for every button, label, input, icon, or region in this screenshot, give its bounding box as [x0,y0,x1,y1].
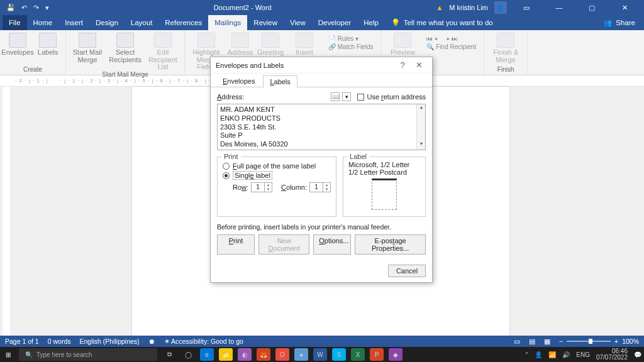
windows-taskbar: ⊞ 🔍 Type here to search ⧉ ◯ e 📁 ◐ 🦊 O ● … [0,347,644,362]
start-mail-merge-button[interactable]: Start Mail Merge [70,33,105,63]
status-bar: Page 1 of 1 0 words English (Philippines… [0,336,644,347]
envelopes-button[interactable]: Envelopes [4,33,31,57]
app-icon-5[interactable]: ◆ [389,348,402,361]
app-icon-2[interactable]: 🦊 [257,348,270,361]
view-web-layout-icon[interactable]: ▦ [544,337,550,345]
taskbar-search[interactable]: 🔍 Type here to search [19,348,157,361]
epostage-button[interactable]: E-postage Properties... [355,234,426,255]
skype-icon[interactable]: S [332,348,346,361]
tab-layout[interactable]: Layout [125,15,159,30]
tray-chevron-icon[interactable]: ˄ [525,351,528,358]
vertical-ruler [3,87,11,342]
find-recipient-button: 🔍 Find Recipient [426,43,476,50]
group-finish: Finish [497,66,514,74]
view-print-layout-icon[interactable]: ▤ [529,337,535,345]
new-document-button: New Document [258,234,309,255]
share-button[interactable]: 👥 Share [603,18,641,27]
cancel-button[interactable]: Cancel [388,265,426,277]
envelopes-labels-dialog: Envelopes and Labels ? ✕ Envelopes Label… [210,57,433,283]
explorer-icon[interactable]: 📁 [219,348,233,361]
dialog-tab-labels[interactable]: Labels [263,75,297,88]
word-icon[interactable]: W [313,348,327,361]
edit-recipient-list-button[interactable]: Edit Recipient List [145,33,180,71]
notifications-icon[interactable]: 💬 [634,351,641,358]
label-preview-icon [372,178,397,210]
label-fieldset[interactable]: Label Microsoft, 1/2 Letter 1/2 Letter P… [343,156,426,217]
labels-button[interactable]: Labels [34,33,62,57]
undo-icon[interactable]: ↶ [21,4,27,12]
task-view-icon[interactable]: ⧉ [162,348,176,361]
app-icon-3[interactable]: O [275,348,289,361]
maximize-button[interactable]: ▢ [579,4,605,12]
ribbon-options-icon[interactable]: ▭ [513,4,540,12]
tell-me-search[interactable]: 💡 Tell me what you want to do [385,15,499,30]
network-icon[interactable]: 📶 [548,351,556,358]
dialog-close-button[interactable]: ✕ [411,60,427,70]
taskbar-date[interactable]: 07/07/2022 [596,354,628,361]
printer-note: Before printing, insert labels in your p… [217,223,426,231]
zoom-level[interactable]: 100% [622,337,639,345]
qat-customize-icon[interactable]: ▾ [45,4,49,12]
dialog-tab-envelopes[interactable]: Envelopes [216,75,262,87]
powerpoint-icon[interactable]: P [370,348,384,361]
tab-references[interactable]: References [158,15,208,30]
tab-developer[interactable]: Developer [312,15,357,30]
excel-icon[interactable]: X [351,348,365,361]
zoom-in-button[interactable]: + [614,337,618,345]
app-icon-1[interactable]: ◐ [238,348,252,361]
cortana-icon[interactable]: ◯ [181,348,195,361]
tab-mailings[interactable]: Mailings [208,15,247,30]
column-spinner[interactable]: 1▴▾ [309,182,331,192]
rules-button: 📄 Rules ▾ [328,35,358,42]
use-return-address-checkbox[interactable]: Use return address [357,93,426,101]
select-recipients-button[interactable]: Select Recipients [108,33,143,63]
volume-icon[interactable]: 🔊 [562,351,570,358]
minimize-button[interactable]: — [546,4,572,11]
app-icon-4[interactable]: ● [294,348,308,361]
tab-file[interactable]: File [3,15,27,30]
row-spinner[interactable]: 1▴▾ [251,182,272,192]
address-book-button[interactable]: 📖 [331,92,340,101]
group-start-mail-merge: Start Mail Merge [102,71,148,79]
tab-help[interactable]: Help [357,15,385,30]
warning-icon: ▲ [436,4,443,11]
taskbar-lang[interactable]: ENG [576,351,590,358]
lightbulb-icon: 💡 [391,18,400,27]
tab-design[interactable]: Design [89,15,125,30]
edge-icon[interactable]: e [200,348,214,361]
accessibility-status[interactable]: ✶ Accessibility: Good to go [164,337,243,345]
macro-icon[interactable]: ⏺ [148,337,155,345]
radio-single-label[interactable]: Single label [223,171,331,180]
address-dropdown-button[interactable]: ▾ [342,92,351,101]
zoom-out-button[interactable]: − [559,337,563,345]
title-bar: 💾 ↶ ↷ ▾ Document2 - Word ▲ M kristin Lim… [0,0,644,15]
save-icon[interactable]: 💾 [6,4,15,12]
start-button[interactable]: ⊞ [3,349,14,360]
match-fields-button: 🔗 Match Fields [328,43,373,50]
print-fieldset: Print Full page of the same label Single… [217,156,336,217]
word-count[interactable]: 0 words [48,337,71,345]
page-indicator[interactable]: Page 1 of 1 [5,337,39,345]
close-button[interactable]: ✕ [611,4,638,12]
tab-insert[interactable]: Insert [58,15,89,30]
window-title: Document2 - Word [55,4,430,11]
tab-view[interactable]: View [284,15,312,30]
zoom-slider[interactable] [567,341,611,342]
redo-icon[interactable]: ↷ [33,4,39,12]
options-button[interactable]: Options... [313,234,351,255]
address-scrollbar[interactable]: ▴ ▾ [416,104,425,150]
nav-record-buttons: ⏮ ◀ ▶ ⏭ [426,35,457,42]
print-button[interactable]: Print [217,234,255,255]
people-icon[interactable]: 👤 [535,351,542,358]
language-indicator[interactable]: English (Philippines) [79,337,139,345]
address-label: Address: [217,93,331,101]
tab-home[interactable]: Home [27,15,59,30]
radio-full-page[interactable]: Full page of the same label [223,162,331,170]
tab-review[interactable]: Review [247,15,284,30]
group-create: Create [23,66,42,74]
address-textarea[interactable]: MR. ADAM KENT ENKO PRODUCTS 2303 S.E. 14… [217,104,426,150]
dialog-help-button[interactable]: ? [394,60,411,70]
view-read-mode-icon[interactable]: ▭ [514,337,520,345]
search-icon: 🔍 [25,351,33,358]
user-avatar-icon[interactable]: 👤 [494,1,507,14]
